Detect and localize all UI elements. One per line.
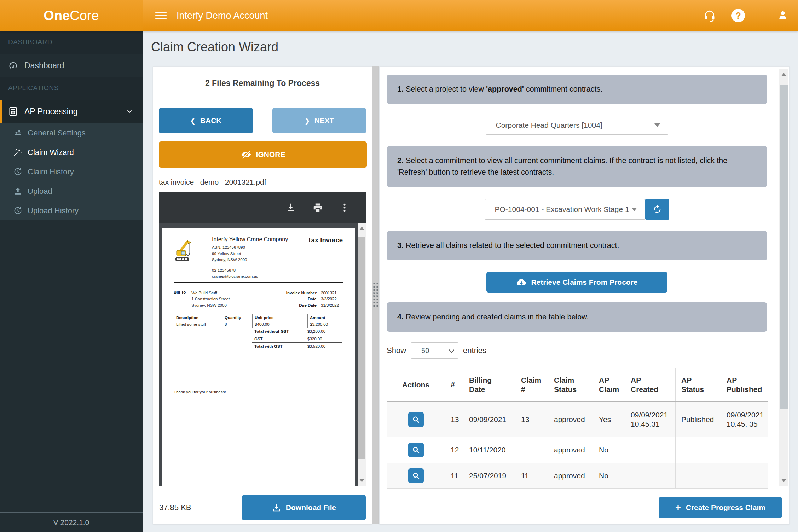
invoice-col-amount: Amount — [308, 314, 342, 321]
total-without-gst-value: $3,200.00 — [307, 329, 325, 334]
ignore-button-label: IGNORE — [256, 150, 285, 159]
sidebar-item-label: Claim History — [28, 167, 74, 177]
brand-logo[interactable]: OneCore — [0, 0, 143, 31]
sidebar-section-applications: APPLICATIONS — [0, 77, 143, 100]
chevron-left-icon: ❮ — [190, 116, 196, 125]
pdf-scrollbar[interactable] — [358, 223, 366, 486]
sidebar-item-claim-wizard[interactable]: Claim Wizard — [0, 143, 143, 162]
scroll-down-icon[interactable] — [781, 479, 787, 482]
history-icon — [13, 167, 23, 176]
commitment-select[interactable]: PO-1004-001 - Excavation Work Stage 1 — [485, 199, 645, 220]
ap-created: 09/09/2021 10:45:31 — [625, 402, 676, 437]
billing-date: 10/11/2020 — [463, 437, 515, 463]
help-icon[interactable]: ? — [732, 9, 745, 22]
view-claim-button[interactable] — [408, 412, 424, 427]
scroll-up-icon[interactable] — [359, 227, 365, 230]
pdf-download-icon[interactable] — [285, 202, 296, 213]
create-progress-claim-button[interactable]: + Create Progress Claim — [659, 497, 782, 518]
total-with-gst-value: $3,520.00 — [307, 344, 325, 348]
invoice-totals: Total without GST $3,200.00 GST $320.00 … — [252, 328, 342, 350]
invoice-col-quantity: Quantity — [222, 314, 253, 321]
ap-claim: Yes — [593, 402, 625, 437]
sidebar-section-dashboard: DASHBOARD — [0, 31, 143, 54]
scroll-up-icon[interactable] — [781, 73, 787, 76]
download-file-button[interactable]: Download File — [242, 495, 366, 520]
sidebar-item-upload[interactable]: Upload — [0, 181, 143, 201]
claim-num: 13 — [515, 402, 548, 437]
claim-num — [515, 437, 548, 463]
panel-resize-handle[interactable] — [372, 66, 379, 524]
claim-row: 13 09/09/2021 13 approved Yes 09/09/2021… — [387, 402, 768, 437]
chevron-down-icon — [449, 347, 455, 353]
gauge-icon — [8, 60, 19, 70]
sidebar: DASHBOARD Dashboard APPLICATIONS AP Proc… — [0, 31, 143, 532]
brand-light: Core — [70, 8, 99, 23]
project-select-value: Corporate Head Quarters [1004] — [496, 121, 602, 129]
ap-status — [676, 437, 721, 463]
bill-to-name: We Build Stuff — [191, 290, 230, 296]
back-button-label: BACK — [200, 116, 222, 125]
user-icon[interactable] — [777, 10, 789, 22]
ap-status — [676, 463, 721, 489]
col-number: # — [445, 368, 463, 402]
scroll-down-icon[interactable] — [359, 479, 365, 482]
invoice-col-unit-price: Unit price — [253, 314, 308, 321]
topbar: Interfy Demo Account ? — [143, 0, 798, 31]
step-3-instruction: 3. Retrieve all claims related to the se… — [387, 231, 767, 260]
ignore-button[interactable]: IGNORE — [159, 141, 367, 168]
view-claim-button[interactable] — [408, 468, 424, 483]
retrieve-claims-button[interactable]: Retrieve Claims From Procore — [486, 272, 667, 293]
view-claim-button[interactable] — [408, 443, 424, 457]
claims-table: Actions # Billing Date Claim # Claim Sta… — [387, 368, 768, 489]
total-without-gst-label: Total without GST — [254, 329, 307, 334]
sidebar-item-dashboard[interactable]: Dashboard — [0, 54, 143, 77]
pdf-more-options-icon[interactable] — [339, 202, 350, 213]
hamburger-menu-icon[interactable] — [155, 10, 167, 21]
invoice-doc-title: Tax Invoice — [308, 236, 343, 280]
invoice-street: 99 Yellow Street — [212, 251, 288, 257]
page-title: Claim Creation Wizard — [151, 40, 278, 54]
sidebar-item-label: Upload History — [28, 206, 79, 215]
project-select[interactable]: Corporate Head Quarters [1004] — [486, 116, 668, 135]
panel-scrollbar-thumb[interactable] — [780, 85, 788, 409]
sidebar-item-ap-processing[interactable]: AP Processing — [0, 100, 143, 123]
file-size: 37.85 KB — [159, 503, 191, 512]
step-2-instruction: 2. Select a commitment to view all curre… — [387, 146, 767, 187]
item-amount: $3,200.00 — [308, 321, 342, 328]
retrieve-claims-label: Retrieve Claims From Procore — [531, 278, 637, 287]
caret-down-icon — [631, 208, 637, 211]
invoice-col-description: Description — [174, 314, 222, 321]
claim-num: 11 — [515, 463, 548, 489]
claim-number: 13 — [445, 402, 463, 437]
app-header: OneCore Interfy Demo Account ? — [0, 0, 798, 31]
claim-status: approved — [548, 463, 593, 489]
billing-date: 09/09/2021 — [463, 402, 515, 437]
drag-dots-icon — [373, 283, 378, 307]
pdf-page: Interfy Yellow Crane Company ABN: 123456… — [162, 228, 355, 486]
panel-scrollbar[interactable] — [779, 69, 788, 486]
invoice-phone: 02 12345678 — [212, 267, 288, 274]
ap-created — [625, 437, 676, 463]
sidebar-item-upload-history[interactable]: Upload History — [0, 201, 143, 220]
sidebar-item-general-settings[interactable]: General Settings — [0, 123, 143, 143]
invoice-items-table: Description Quantity Unit price Amount L… — [174, 314, 342, 328]
entries-label: entries — [463, 346, 486, 355]
invoice-due-date: 31/3/2022 — [321, 302, 343, 309]
pdf-scrollbar-thumb[interactable] — [358, 237, 365, 459]
ap-created — [625, 463, 676, 489]
pdf-print-icon[interactable] — [312, 202, 323, 213]
sidebar-item-claim-history[interactable]: Claim History — [0, 162, 143, 181]
entries-per-page-select[interactable]: 50 — [411, 342, 458, 359]
item-description: Lifted some stuff — [174, 321, 222, 328]
col-ap-created: AP Created — [625, 368, 676, 402]
back-button[interactable]: ❮ BACK — [159, 108, 253, 133]
history-icon — [13, 206, 23, 215]
invoice-thanks: Thank you for your business! — [174, 390, 343, 394]
refresh-contracts-button[interactable] — [645, 199, 669, 220]
headset-icon[interactable] — [703, 9, 716, 22]
ap-published — [721, 463, 768, 489]
col-ap-claim: AP Claim — [593, 368, 625, 402]
next-button[interactable]: ❯ NEXT — [272, 108, 366, 133]
pdf-body: Interfy Yellow Crane Company ABN: 123456… — [159, 223, 366, 486]
sidebar-item-label: Upload — [28, 187, 52, 196]
